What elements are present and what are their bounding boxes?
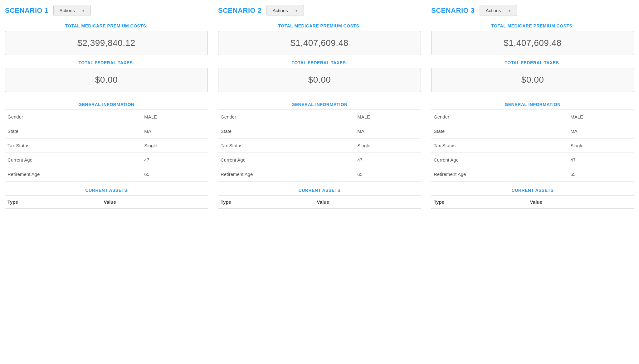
table-row: Retirement Age65 bbox=[5, 167, 208, 182]
info-field-label: State bbox=[5, 124, 142, 138]
table-row: StateMA bbox=[5, 124, 208, 138]
info-field-label: Current Age bbox=[218, 153, 355, 167]
chevron-down-icon: ▼ bbox=[295, 9, 298, 12]
info-field-value: 65 bbox=[568, 167, 634, 182]
assets-column-header: Type bbox=[431, 196, 528, 209]
assets-table-3: TypeValue bbox=[431, 195, 634, 209]
info-field-value: MA bbox=[568, 124, 634, 138]
assets-column-header: Value bbox=[101, 196, 208, 209]
table-row: Retirement Age65 bbox=[218, 167, 421, 182]
info-field-label: Retirement Age bbox=[5, 167, 142, 182]
scenario-column-2: SCENARIO 2Actions▼TOTAL MEDICARE PREMIUM… bbox=[213, 0, 426, 364]
info-field-value: MA bbox=[142, 124, 208, 138]
info-field-value: MALE bbox=[142, 110, 208, 124]
actions-label: Actions bbox=[272, 8, 288, 13]
info-field-label: Gender bbox=[5, 110, 142, 124]
current-assets-title-1: CURRENT ASSETS bbox=[5, 182, 208, 195]
medicare-cost-box-2: $1,407,609.48 bbox=[218, 31, 421, 55]
info-field-label: State bbox=[218, 124, 355, 138]
info-field-value: Single bbox=[568, 138, 634, 153]
page-container: SCENARIO 1Actions▼TOTAL MEDICARE PREMIUM… bbox=[0, 0, 639, 364]
scenario-column-1: SCENARIO 1Actions▼TOTAL MEDICARE PREMIUM… bbox=[0, 0, 213, 364]
medicare-label-3: TOTAL MEDICARE PREMIUM COSTS: bbox=[431, 23, 634, 28]
table-row: StateMA bbox=[431, 124, 634, 138]
table-row: GenderMALE bbox=[5, 110, 208, 124]
info-field-label: Retirement Age bbox=[218, 167, 355, 182]
scenario-header-1: SCENARIO 1Actions▼ bbox=[5, 5, 208, 16]
assets-column-header: Type bbox=[218, 196, 315, 209]
current-assets-title-3: CURRENT ASSETS bbox=[431, 182, 634, 195]
info-field-value: MALE bbox=[568, 110, 634, 124]
current-assets-title-2: CURRENT ASSETS bbox=[218, 182, 421, 195]
info-field-value: Single bbox=[142, 138, 208, 153]
actions-button-3[interactable]: Actions▼ bbox=[480, 5, 517, 16]
medicare-label-1: TOTAL MEDICARE PREMIUM COSTS: bbox=[5, 23, 208, 28]
info-field-value: MALE bbox=[355, 110, 421, 124]
general-info-table-1: GenderMALEStateMATax StatusSingleCurrent… bbox=[5, 109, 208, 182]
assets-table-1: TypeValue bbox=[5, 195, 208, 209]
actions-label: Actions bbox=[485, 8, 501, 13]
info-field-label: Tax Status bbox=[5, 138, 142, 153]
info-field-label: Retirement Age bbox=[431, 167, 568, 182]
actions-button-1[interactable]: Actions▼ bbox=[53, 5, 91, 16]
table-row: Tax StatusSingle bbox=[218, 138, 421, 153]
scenario-header-3: SCENARIO 3Actions▼ bbox=[431, 5, 634, 16]
actions-label: Actions bbox=[59, 8, 75, 13]
table-row: StateMA bbox=[218, 124, 421, 138]
info-field-label: State bbox=[431, 124, 568, 138]
federal-taxes-value-1: $0.00 bbox=[95, 75, 118, 85]
info-field-value: Single bbox=[355, 138, 421, 153]
info-field-label: Current Age bbox=[5, 153, 142, 167]
federal-taxes-value-3: $0.00 bbox=[521, 75, 544, 85]
assets-table-2: TypeValue bbox=[218, 195, 421, 209]
general-info-title-2: GENERAL INFORMATION bbox=[218, 97, 421, 109]
federal-taxes-label-1: TOTAL FEDERAL TAXES: bbox=[5, 60, 208, 65]
scenario-title-2: SCENARIO 2 bbox=[218, 7, 261, 15]
federal-taxes-label-3: TOTAL FEDERAL TAXES: bbox=[431, 60, 634, 65]
general-info-title-3: GENERAL INFORMATION bbox=[431, 97, 634, 109]
info-field-value: 47 bbox=[355, 153, 421, 167]
table-row: GenderMALE bbox=[431, 110, 634, 124]
info-field-value: 65 bbox=[142, 167, 208, 182]
medicare-cost-box-1: $2,399,840.12 bbox=[5, 31, 208, 55]
info-field-value: 47 bbox=[568, 153, 634, 167]
assets-header-row: TypeValue bbox=[218, 196, 421, 209]
table-row: Retirement Age65 bbox=[431, 167, 634, 182]
general-info-table-3: GenderMALEStateMATax StatusSingleCurrent… bbox=[431, 109, 634, 182]
scenario-title-3: SCENARIO 3 bbox=[431, 7, 475, 15]
federal-taxes-box-2: $0.00 bbox=[218, 68, 421, 92]
table-row: GenderMALE bbox=[218, 110, 421, 124]
table-row: Tax StatusSingle bbox=[431, 138, 634, 153]
scenario-header-2: SCENARIO 2Actions▼ bbox=[218, 5, 421, 16]
assets-column-header: Value bbox=[315, 196, 421, 209]
chevron-down-icon: ▼ bbox=[82, 9, 85, 12]
table-row: Current Age47 bbox=[218, 153, 421, 167]
federal-taxes-box-3: $0.00 bbox=[431, 68, 634, 92]
info-field-label: Current Age bbox=[431, 153, 568, 167]
info-field-label: Tax Status bbox=[431, 138, 568, 153]
assets-header-row: TypeValue bbox=[431, 196, 634, 209]
chevron-down-icon: ▼ bbox=[508, 9, 511, 12]
info-field-value: MA bbox=[355, 124, 421, 138]
actions-button-2[interactable]: Actions▼ bbox=[266, 5, 304, 16]
scenario-column-3: SCENARIO 3Actions▼TOTAL MEDICARE PREMIUM… bbox=[426, 0, 639, 364]
table-row: Current Age47 bbox=[5, 153, 208, 167]
general-info-title-1: GENERAL INFORMATION bbox=[5, 97, 208, 109]
federal-taxes-value-2: $0.00 bbox=[308, 75, 331, 85]
info-field-label: Gender bbox=[218, 110, 355, 124]
assets-column-header: Type bbox=[5, 196, 101, 209]
info-field-label: Gender bbox=[431, 110, 568, 124]
medicare-value-2: $1,407,609.48 bbox=[290, 38, 349, 48]
table-row: Current Age47 bbox=[431, 153, 634, 167]
info-field-label: Tax Status bbox=[218, 138, 355, 153]
general-info-table-2: GenderMALEStateMATax StatusSingleCurrent… bbox=[218, 109, 421, 182]
info-field-value: 65 bbox=[355, 167, 421, 182]
assets-header-row: TypeValue bbox=[5, 196, 208, 209]
medicare-value-1: $2,399,840.12 bbox=[77, 38, 135, 48]
federal-taxes-box-1: $0.00 bbox=[5, 68, 208, 92]
medicare-cost-box-3: $1,407,609.48 bbox=[431, 31, 634, 55]
assets-column-header: Value bbox=[528, 196, 634, 209]
info-field-value: 47 bbox=[142, 153, 208, 167]
federal-taxes-label-2: TOTAL FEDERAL TAXES: bbox=[218, 60, 421, 65]
table-row: Tax StatusSingle bbox=[5, 138, 208, 153]
